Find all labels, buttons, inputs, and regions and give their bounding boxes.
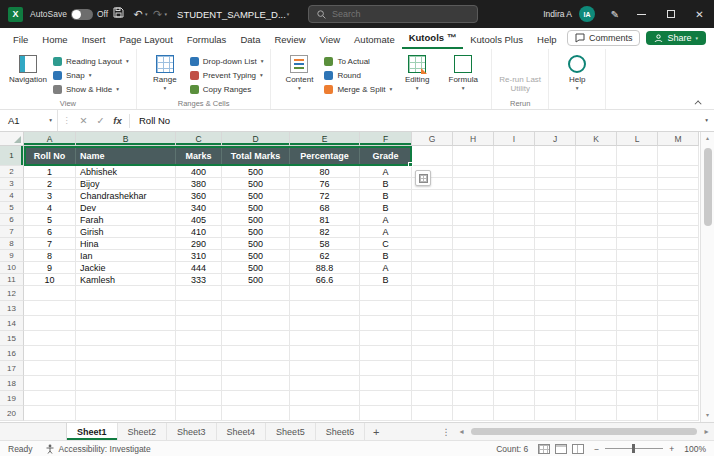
row-header-3[interactable]: 3 (0, 178, 24, 190)
cell-g20[interactable] (412, 406, 453, 421)
cell-f2[interactable]: A (360, 166, 412, 178)
cell-a14[interactable] (24, 316, 76, 331)
document-title[interactable]: STUDENT_SAMPLE_D... ▾ (177, 9, 289, 20)
cell-k20[interactable] (576, 406, 617, 421)
cell-j8[interactable] (535, 238, 576, 250)
column-header-d[interactable]: D (222, 132, 290, 146)
cell-d13[interactable] (222, 301, 290, 316)
cell-f16[interactable] (360, 346, 412, 361)
cell-i16[interactable] (494, 346, 535, 361)
cell-k16[interactable] (576, 346, 617, 361)
cell-c7[interactable]: 410 (176, 226, 222, 238)
cell-c6[interactable]: 405 (176, 214, 222, 226)
row-header-8[interactable]: 8 (0, 238, 24, 250)
cell-b13[interactable] (76, 301, 176, 316)
autosave-control[interactable]: AutoSave Off (30, 9, 108, 20)
cell-j4[interactable] (535, 190, 576, 202)
cell-l11[interactable] (617, 274, 658, 286)
cell-a4[interactable]: 3 (24, 190, 76, 202)
cell-m9[interactable] (658, 250, 699, 262)
copy-ranges-button[interactable]: Copy Ranges (190, 85, 264, 94)
cell-i15[interactable] (494, 331, 535, 346)
cell-a12[interactable] (24, 286, 76, 301)
cell-b11[interactable]: Kamlesh (76, 274, 176, 286)
cell-e18[interactable] (290, 376, 360, 391)
cell-f11[interactable]: B (360, 274, 412, 286)
cell-b17[interactable] (76, 361, 176, 376)
cell-d3[interactable]: 500 (222, 178, 290, 190)
cell-a18[interactable] (24, 376, 76, 391)
cell-l15[interactable] (617, 331, 658, 346)
cell-j2[interactable] (535, 166, 576, 178)
cell-c17[interactable] (176, 361, 222, 376)
cell-m3[interactable] (658, 178, 699, 190)
navigation-button[interactable]: Navigation (5, 51, 51, 84)
snap-button[interactable]: Snap▾ (53, 71, 129, 80)
column-header-f[interactable]: F (360, 132, 412, 146)
cell-j1[interactable] (535, 146, 576, 166)
cell-c1[interactable]: Marks (176, 146, 222, 166)
cell-g19[interactable] (412, 391, 453, 406)
new-sheet-button[interactable]: + (365, 423, 387, 440)
cell-a15[interactable] (24, 331, 76, 346)
cell-l8[interactable] (617, 238, 658, 250)
column-header-i[interactable]: I (494, 132, 535, 146)
column-header-l[interactable]: L (617, 132, 658, 146)
cell-b1[interactable]: Name (76, 146, 176, 166)
row-header-14[interactable]: 14 (0, 316, 24, 331)
cell-a2[interactable]: 1 (24, 166, 76, 178)
expand-formula-bar-icon[interactable]: ▾ (705, 118, 708, 124)
cell-b6[interactable]: Farah (76, 214, 176, 226)
cell-j11[interactable] (535, 274, 576, 286)
cell-g7[interactable] (412, 226, 453, 238)
cell-h20[interactable] (453, 406, 494, 421)
cell-l4[interactable] (617, 190, 658, 202)
re-run-last-utility-button[interactable]: Re-run Last Utility (497, 51, 543, 93)
row-header-20[interactable]: 20 (0, 406, 24, 421)
cell-i8[interactable] (494, 238, 535, 250)
cell-g18[interactable] (412, 376, 453, 391)
cell-h3[interactable] (453, 178, 494, 190)
cell-k8[interactable] (576, 238, 617, 250)
cell-l18[interactable] (617, 376, 658, 391)
cell-g5[interactable] (412, 202, 453, 214)
cell-i4[interactable] (494, 190, 535, 202)
cell-g15[interactable] (412, 331, 453, 346)
cell-c20[interactable] (176, 406, 222, 421)
cell-h6[interactable] (453, 214, 494, 226)
cell-k7[interactable] (576, 226, 617, 238)
cell-k2[interactable] (576, 166, 617, 178)
cell-g16[interactable] (412, 346, 453, 361)
cell-h4[interactable] (453, 190, 494, 202)
cell-d14[interactable] (222, 316, 290, 331)
zoom-out-button[interactable]: − (594, 444, 599, 454)
cell-j12[interactable] (535, 286, 576, 301)
cell-c10[interactable]: 444 (176, 262, 222, 274)
row-header-19[interactable]: 19 (0, 391, 24, 406)
cell-d2[interactable]: 500 (222, 166, 290, 178)
column-header-c[interactable]: C (176, 132, 222, 146)
cell-h16[interactable] (453, 346, 494, 361)
cell-b3[interactable]: Bijoy (76, 178, 176, 190)
row-header-10[interactable]: 10 (0, 262, 24, 274)
scroll-down-arrow-icon[interactable]: ▾ (701, 409, 714, 422)
cell-d9[interactable]: 500 (222, 250, 290, 262)
cell-g4[interactable] (412, 190, 453, 202)
cell-l17[interactable] (617, 361, 658, 376)
cell-c16[interactable] (176, 346, 222, 361)
scroll-up-arrow-icon[interactable]: ▴ (701, 132, 714, 145)
close-button[interactable]: ✕ (685, 0, 714, 28)
cell-m16[interactable] (658, 346, 699, 361)
user-avatar[interactable]: IA (579, 6, 595, 22)
minimize-button[interactable] (627, 0, 656, 28)
ribbon-tab-automate[interactable]: Automate (347, 31, 402, 49)
row-header-13[interactable]: 13 (0, 301, 24, 316)
cell-h10[interactable] (453, 262, 494, 274)
cell-k17[interactable] (576, 361, 617, 376)
content-button[interactable]: Content▾ (276, 51, 322, 92)
cell-e3[interactable]: 76 (290, 178, 360, 190)
sheet-options-icon[interactable]: ⋮ (438, 423, 454, 440)
cell-h17[interactable] (453, 361, 494, 376)
row-header-16[interactable]: 16 (0, 346, 24, 361)
cell-e9[interactable]: 62 (290, 250, 360, 262)
